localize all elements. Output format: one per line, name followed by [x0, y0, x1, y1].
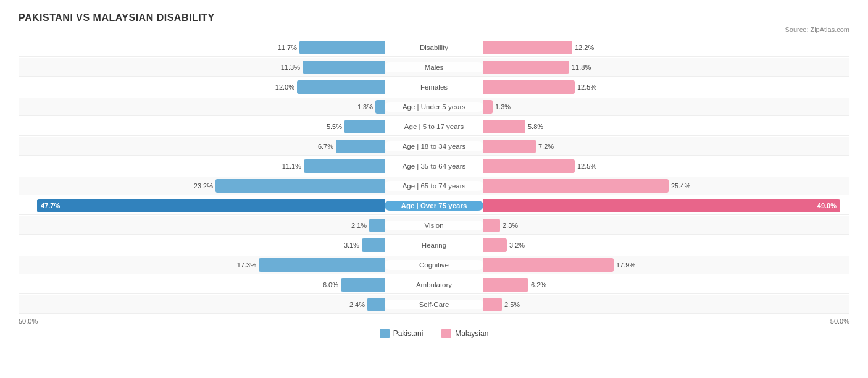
- left-side: 23.2%: [19, 179, 385, 193]
- bar-row: 47.7%Age | Over 75 years49.0%: [19, 196, 849, 215]
- left-side: 6.0%: [19, 278, 385, 292]
- bar-right-value: 1.3%: [495, 103, 511, 111]
- bar-group: 47.7%Age | Over 75 years49.0%: [19, 199, 849, 212]
- left-side: 6.7%: [19, 140, 385, 153]
- bar-group: 2.4%Self-Care2.5%: [19, 298, 849, 311]
- bar-center-label: Hearing: [385, 240, 483, 250]
- bar-group: 12.0%Females12.5%: [19, 80, 849, 94]
- bar-left-value: 6.0%: [323, 281, 338, 288]
- left-side: 2.4%: [19, 298, 385, 311]
- bar-left-value: 12.0%: [275, 83, 294, 91]
- bar-group: 3.1%Hearing3.2%: [19, 238, 849, 252]
- right-side: 7.2%: [483, 140, 849, 153]
- bar-left-value: 47.7%: [41, 202, 60, 209]
- bar-row: 3.1%Hearing3.2%: [19, 236, 849, 254]
- bar-right-value: 12.5%: [577, 83, 596, 91]
- bar-left-value: 11.3%: [281, 64, 300, 71]
- legend-malaysian-label: Malaysian: [455, 329, 488, 338]
- bar-center-label: Age | Under 5 years: [385, 102, 483, 112]
- bar-group: 11.3%Males11.8%: [19, 61, 849, 74]
- bar-row: 2.4%Self-Care2.5%: [19, 295, 849, 314]
- right-side: 25.4%: [483, 179, 849, 193]
- bar-right-value: 17.9%: [616, 261, 635, 269]
- legend-pakistani-label: Pakistani: [393, 329, 424, 338]
- left-side: 5.5%: [19, 120, 385, 133]
- bar-left-value: 6.7%: [318, 143, 333, 150]
- left-side: 11.7%: [19, 41, 385, 54]
- bar-left-value: 2.4%: [349, 301, 365, 308]
- bar-center-label: Age | 35 to 64 years: [385, 161, 483, 171]
- bar-group: 6.7%Age | 18 to 34 years7.2%: [19, 140, 849, 153]
- left-side: 1.3%: [19, 100, 385, 114]
- left-side: 2.1%: [19, 219, 385, 232]
- bar-left-value: 11.7%: [278, 44, 297, 51]
- left-side: 47.7%: [19, 199, 385, 212]
- bar-left-value: 17.3%: [237, 261, 256, 269]
- legend-malaysian-box: [441, 329, 451, 338]
- right-side: 11.8%: [483, 61, 849, 74]
- right-side: 2.5%: [483, 298, 849, 311]
- bar-left-value: 23.2%: [194, 182, 213, 190]
- bar-row: 5.5%Age | 5 to 17 years5.8%: [19, 117, 849, 136]
- legend-pakistani-box: [380, 329, 390, 338]
- bar-center-label: Cognitive: [385, 260, 483, 270]
- left-side: 3.1%: [19, 238, 385, 252]
- right-side: 2.3%: [483, 219, 849, 232]
- right-side: 17.9%: [483, 258, 849, 272]
- right-side: 12.5%: [483, 80, 849, 94]
- bar-center-label: Age | 18 to 34 years: [385, 141, 483, 151]
- right-side: 6.2%: [483, 278, 849, 292]
- bar-row: 6.0%Ambulatory6.2%: [19, 275, 849, 294]
- bar-right-value: 11.8%: [572, 64, 591, 71]
- bar-group: 11.1%Age | 35 to 64 years12.5%: [19, 159, 849, 173]
- bar-group: 2.1%Vision2.3%: [19, 219, 849, 232]
- bar-center-label: Age | 5 to 17 years: [385, 122, 483, 132]
- chart-container: 11.7%Disability12.2%11.3%Males11.8%12.0%…: [19, 38, 849, 314]
- bar-row: 11.1%Age | 35 to 64 years12.5%: [19, 157, 849, 175]
- bar-left-value: 1.3%: [357, 103, 373, 111]
- bar-right-value: 3.2%: [509, 242, 525, 249]
- right-side: 12.5%: [483, 159, 849, 173]
- bar-left-value: 5.5%: [327, 123, 342, 130]
- bar-center-label: Disability: [385, 43, 483, 52]
- legend-malaysian: Malaysian: [441, 329, 488, 338]
- bar-right-value: 2.3%: [503, 222, 518, 229]
- right-side: 3.2%: [483, 238, 849, 252]
- bar-row: 6.7%Age | 18 to 34 years7.2%: [19, 137, 849, 156]
- bar-group: 6.0%Ambulatory6.2%: [19, 278, 849, 292]
- bar-center-label: Males: [385, 62, 483, 72]
- right-side: 5.8%: [483, 120, 849, 133]
- bar-center-label: Females: [385, 82, 483, 92]
- bar-right-value: 6.2%: [531, 281, 546, 288]
- bar-group: 17.3%Cognitive17.9%: [19, 258, 849, 272]
- bar-center-label: Ambulatory: [385, 280, 483, 290]
- bar-row: 12.0%Females12.5%: [19, 78, 849, 96]
- bar-group: 5.5%Age | 5 to 17 years5.8%: [19, 120, 849, 133]
- bar-center-label: Vision: [385, 220, 483, 230]
- bar-right-value: 7.2%: [538, 143, 554, 150]
- bar-left-value: 11.1%: [282, 162, 301, 170]
- left-side: 11.3%: [19, 61, 385, 74]
- legend-pakistani: Pakistani: [380, 329, 424, 338]
- right-side: 12.2%: [483, 41, 849, 54]
- left-side: 11.1%: [19, 159, 385, 173]
- bar-center-label: Age | 65 to 74 years: [385, 181, 483, 191]
- bar-left-value: 2.1%: [351, 222, 367, 229]
- bar-right-value: 12.2%: [575, 44, 594, 51]
- bar-right-value: 25.4%: [671, 182, 690, 190]
- bar-group: 23.2%Age | 65 to 74 years25.4%: [19, 179, 849, 193]
- bar-right-value: 49.0%: [817, 202, 837, 209]
- right-side: 1.3%: [483, 100, 849, 114]
- legend: Pakistani Malaysian: [19, 329, 849, 338]
- bar-row: 11.7%Disability12.2%: [19, 38, 849, 57]
- axis-right: 50.0%: [830, 317, 849, 325]
- bar-right-value: 12.5%: [577, 162, 596, 170]
- bar-row: 17.3%Cognitive17.9%: [19, 256, 849, 274]
- right-side: 49.0%: [483, 199, 849, 212]
- bar-right-value: 2.5%: [504, 301, 520, 308]
- bar-row: 11.3%Males11.8%: [19, 58, 849, 77]
- page-title: PAKISTANI VS MALAYSIAN DISABILITY: [19, 12, 849, 23]
- axis-left: 50.0%: [19, 317, 38, 325]
- bar-center-label: Self-Care: [385, 300, 483, 309]
- bar-center-label: Age | Over 75 years: [385, 201, 483, 211]
